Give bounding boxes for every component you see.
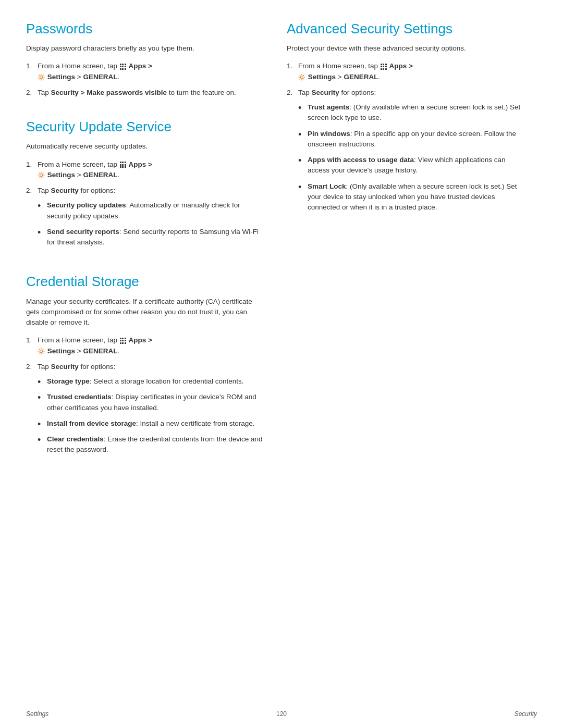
cs-bullet-2-content: Trusted credentials: Display certificate… [47,392,266,413]
advanced-steps: 1. From a Home screen, tap Apps > Settin… [287,61,527,218]
adv-bullet-icon-2: • [298,129,308,139]
general-adv: GENERAL [344,73,378,81]
adv-bullet-1-content: Trust agents: (Only available when a sec… [308,102,527,124]
credential-storage-description: Manage your security certificates. If a … [26,297,266,328]
adv-bullet-4: • Smart Lock: (Only available when a sec… [298,181,527,213]
su-step-num-2: 2. [26,186,38,196]
settings-label-su: Settings [47,171,75,179]
su-bullet-2-content: Send security reports: Send security rep… [47,227,266,248]
adv-bullet-icon-4: • [298,181,308,192]
apps-icon-su [120,162,126,168]
cs-bullet-1-content: Storage type: Select a storage location … [47,376,266,387]
svg-point-2 [40,350,43,353]
cs-step-num-2: 2. [26,362,38,372]
su-step-1-content: From a Home screen, tap Apps > Settings … [38,159,266,181]
settings-icon-pw [38,73,45,81]
credential-steps: 1. From a Home screen, tap Apps > Settin… [26,335,266,460]
page-number: 120 [276,710,287,718]
su-bullet-list: • Security policy updates: Automatically… [38,200,266,248]
su-security-label: Security [51,187,79,194]
bullet-icon-2: • [38,227,47,237]
adv-bullet-icon-1: • [298,102,308,113]
left-column: Passwords Display password characters br… [26,21,266,482]
arrow-pw: > [77,73,83,81]
general-pw: GENERAL [83,73,117,81]
settings-icon-su [38,171,45,179]
cs-bullet-3: • Install from device storage: Install a… [38,418,266,429]
passwords-title: Passwords [26,21,266,37]
adv-bullet-3: • Apps with access to usage data: View w… [298,155,527,176]
adv-step-1: 1. From a Home screen, tap Apps > Settin… [287,61,527,82]
adv-step-2-content: Tap Security for options: • Trust agents… [298,88,527,218]
security-make-visible: Security > Make passwords visible [51,89,167,96]
credential-storage-section: Credential Storage Manage your security … [26,274,266,460]
bullet-icon-1: • [38,200,47,211]
cs-step-1-content: From a Home screen, tap Apps > Settings … [38,335,266,356]
apps-label-adv: Apps > [389,62,413,70]
advanced-security-section: Advanced Security Settings Protect your … [287,21,527,218]
security-update-description: Automatically receive security updates. [26,141,266,152]
apps-label-su: Apps > [129,161,152,168]
cs-bullet-3-content: Install from device storage: Install a n… [47,418,266,429]
cs-bullet-4: • Clear credentials: Erase the credentia… [38,434,266,455]
adv-bullet-2: • Pin windows: Pin a specific app on you… [298,129,527,150]
adv-step-1-content: From a Home screen, tap Apps > Settings … [298,61,527,82]
cs-step-2-content: Tap Security for options: • Storage type… [38,362,266,461]
footer-right: Security [515,710,537,718]
apps-icon-adv [381,64,387,70]
settings-label-pw: Settings [47,73,75,81]
cs-step-2: 2. Tap Security for options: • Storage t… [26,362,266,461]
apps-label-pw: Apps > [129,62,152,70]
su-step-num-1: 1. [26,159,38,170]
advanced-security-description: Protect your device with these advanced … [287,43,527,54]
cs-bullet-4-content: Clear credentials: Erase the credential … [47,434,266,455]
right-column: Advanced Security Settings Protect your … [287,21,527,482]
step-1-content: From a Home screen, tap Apps > Settings … [38,61,266,82]
passwords-steps: 1. From a Home screen, tap Apps > Settin… [26,61,266,98]
su-bullet-2: • Send security reports: Send security r… [38,227,266,248]
cs-bullet-2: • Trusted credentials: Display certifica… [38,392,266,413]
passwords-description: Display password characters briefly as y… [26,43,266,54]
svg-point-3 [301,76,303,79]
adv-bullet-3-content: Apps with access to usage data: View whi… [308,155,527,176]
arrow-su: > [77,171,83,179]
adv-bullet-1: • Trust agents: (Only available when a s… [298,102,527,124]
su-step-2: 2. Tap Security for options: • Security … [26,186,266,253]
cs-bullet-1: • Storage type: Select a storage locatio… [38,376,266,387]
passwords-step-1: 1. From a Home screen, tap Apps > Settin… [26,61,266,82]
adv-step-num-2: 2. [287,88,298,98]
cs-step-num-1: 1. [26,335,38,346]
settings-icon-adv [298,73,305,81]
adv-bullet-icon-3: • [298,155,308,165]
apps-label-cs: Apps > [129,336,152,344]
security-update-section: Security Update Service Automatically re… [26,119,266,253]
cs-bullet-icon-2: • [38,392,47,402]
security-update-title: Security Update Service [26,119,266,135]
cs-bullet-icon-3: • [38,418,47,429]
general-su: GENERAL [83,171,117,179]
su-step-2-content: Tap Security for options: • Security pol… [38,186,266,253]
su-bullet-1: • Security policy updates: Automatically… [38,200,266,221]
security-update-steps: 1. From a Home screen, tap Apps > Settin… [26,159,266,253]
adv-step-2: 2. Tap Security for options: • Trust age… [287,88,527,218]
cs-bullet-icon-1: • [38,376,47,387]
period-pw: . [117,73,119,81]
credential-storage-title: Credential Storage [26,274,266,290]
settings-label-adv: Settings [308,73,336,81]
cs-security-label: Security [51,363,79,371]
cs-bullet-list: • Storage type: Select a storage locatio… [38,376,266,455]
apps-icon-pw [120,64,126,70]
cs-bullet-icon-4: • [38,434,47,445]
advanced-security-title: Advanced Security Settings [287,21,527,37]
adv-bullet-list: • Trust agents: (Only available when a s… [298,102,527,213]
settings-icon-cs [38,348,45,355]
svg-point-0 [40,76,43,79]
settings-label-cs: Settings [47,347,75,355]
passwords-section: Passwords Display password characters br… [26,21,266,98]
adv-bullet-2-content: Pin windows: Pin a specific app on your … [308,129,527,150]
page-container: Passwords Display password characters br… [0,0,563,513]
svg-point-1 [40,174,43,177]
footer-left: Settings [26,710,48,718]
adv-security-label: Security [312,89,339,96]
cs-step-1: 1. From a Home screen, tap Apps > Settin… [26,335,266,356]
